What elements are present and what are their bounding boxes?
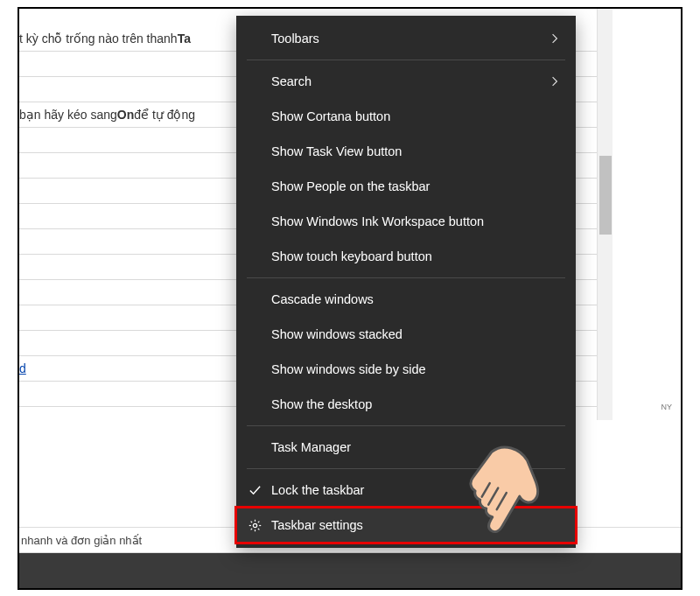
svg-line-8 <box>257 521 259 522</box>
menu-label: Search <box>271 74 551 88</box>
text-fragment: để tự động <box>134 108 195 122</box>
menu-label: Show Windows Ink Workspace button <box>271 214 560 228</box>
menu-label: Taskbar settings <box>271 518 560 532</box>
check-icon <box>247 482 262 498</box>
menu-item-cascade-windows[interactable]: Cascade windows <box>236 282 576 317</box>
footer-text: nhanh và đơn giản nhất <box>21 534 142 547</box>
menu-divider <box>247 425 565 426</box>
menu-label: Cascade windows <box>271 292 560 306</box>
menu-item-show-touch-keyboard[interactable]: Show touch keyboard button <box>236 239 576 274</box>
taskbar-strip <box>19 553 681 588</box>
menu-label: Show windows stacked <box>271 327 560 341</box>
scrollbar-thumb[interactable] <box>599 156 612 235</box>
gear-icon <box>247 517 262 533</box>
text-bold: Ta <box>178 32 191 46</box>
menu-label: Show touch keyboard button <box>271 249 560 263</box>
chevron-right-icon <box>551 32 560 45</box>
menu-label: Show Task View button <box>271 144 560 158</box>
menu-divider <box>247 277 565 278</box>
menu-item-show-people[interactable]: Show People on the taskbar <box>236 169 576 204</box>
svg-line-6 <box>257 528 259 529</box>
menu-item-search[interactable]: Search <box>236 64 576 99</box>
menu-label: Toolbars <box>271 32 551 46</box>
menu-label: Task Manager <box>271 440 560 454</box>
menu-item-lock-taskbar[interactable]: Lock the taskbar <box>236 473 576 508</box>
menu-label: Lock the taskbar <box>271 483 560 497</box>
text-bold: On <box>117 108 134 122</box>
menu-item-windows-stacked[interactable]: Show windows stacked <box>236 317 576 352</box>
svg-line-7 <box>250 528 252 529</box>
menu-label: Show windows side by side <box>271 362 560 376</box>
menu-item-show-task-view[interactable]: Show Task View button <box>236 134 576 169</box>
menu-label: Show People on the taskbar <box>271 179 560 193</box>
menu-label: Show the desktop <box>271 397 560 411</box>
taskbar-context-menu: Toolbars Search Show Cortana button Show… <box>236 16 576 548</box>
svg-line-5 <box>250 521 252 522</box>
side-badge: NY <box>661 403 672 411</box>
svg-point-0 <box>253 523 256 527</box>
menu-item-show-desktop[interactable]: Show the desktop <box>236 387 576 422</box>
menu-item-taskbar-settings[interactable]: Taskbar settings <box>236 508 576 543</box>
text-fragment: bạn hãy kéo sang <box>19 108 117 122</box>
side-panel: NY <box>612 9 681 588</box>
text-fragment: t kỳ chỗ trống nào trên thanh <box>19 32 178 46</box>
menu-divider <box>247 60 565 60</box>
vertical-scrollbar[interactable] <box>597 9 612 420</box>
menu-item-toolbars[interactable]: Toolbars <box>236 21 576 56</box>
menu-item-show-ink[interactable]: Show Windows Ink Workspace button <box>236 204 576 239</box>
menu-divider <box>247 468 565 469</box>
menu-label: Show Cortana button <box>271 109 560 123</box>
menu-item-task-manager[interactable]: Task Manager <box>236 430 576 465</box>
app-frame: t kỳ chỗ trống nào trên thanh Ta bạn hãy… <box>18 7 682 590</box>
chevron-right-icon <box>551 75 560 88</box>
menu-item-show-cortana[interactable]: Show Cortana button <box>236 99 576 134</box>
menu-item-windows-side-by-side[interactable]: Show windows side by side <box>236 352 576 387</box>
